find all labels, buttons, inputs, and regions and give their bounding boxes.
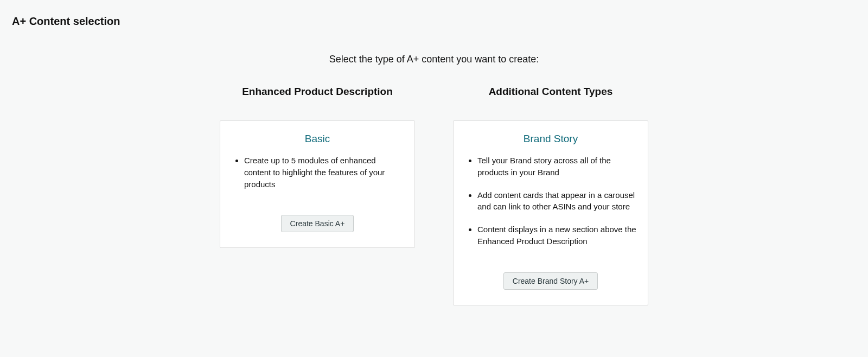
- columns: Enhanced Product Description Basic Creat…: [217, 86, 651, 305]
- card-brand-story: Brand Story Tell your Brand story across…: [453, 120, 648, 305]
- column-heading-left: Enhanced Product Description: [242, 86, 393, 98]
- list-item: Content displays in a new section above …: [477, 224, 638, 247]
- card-bullets-brand-story: Tell your Brand story across all of the …: [463, 155, 638, 247]
- content-area: Select the type of A+ content you want t…: [217, 28, 651, 305]
- list-item: Add content cards that appear in a carou…: [477, 189, 638, 213]
- prompt-text: Select the type of A+ content you want t…: [217, 54, 651, 65]
- create-brand-story-button[interactable]: Create Brand Story A+: [503, 272, 598, 290]
- column-additional-content-types: Additional Content Types Brand Story Tel…: [450, 86, 651, 305]
- card-basic: Basic Create up to 5 modules of enhanced…: [220, 120, 415, 248]
- card-title-brand-story: Brand Story: [463, 133, 638, 145]
- card-bullets-basic: Create up to 5 modules of enhanced conte…: [230, 155, 405, 190]
- page-title: A+ Content selection: [0, 0, 868, 28]
- column-enhanced-product-description: Enhanced Product Description Basic Creat…: [217, 86, 418, 305]
- list-item: Tell your Brand story across all of the …: [477, 155, 638, 178]
- card-title-basic: Basic: [230, 133, 405, 145]
- column-heading-right: Additional Content Types: [489, 86, 613, 98]
- list-item: Create up to 5 modules of enhanced conte…: [244, 155, 405, 190]
- create-basic-button[interactable]: Create Basic A+: [281, 215, 354, 232]
